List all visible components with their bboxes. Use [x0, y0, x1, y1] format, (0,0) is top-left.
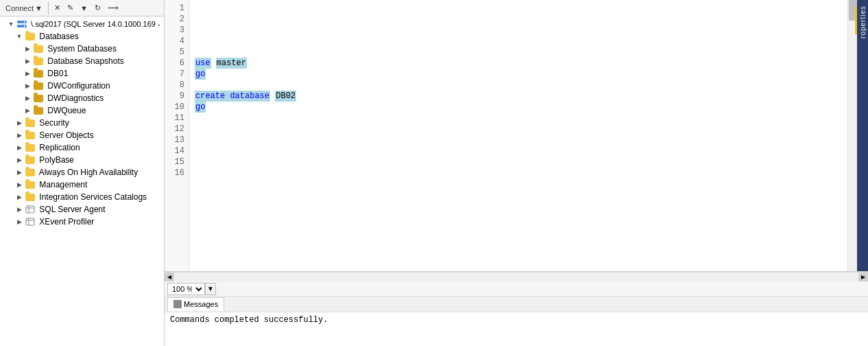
- editor-hscrollbar[interactable]: ◀ ▶: [165, 272, 868, 281]
- expander-security[interactable]: ▶: [14, 117, 25, 128]
- messages-tab-label: Messages: [184, 300, 218, 308]
- system-databases-icon: [33, 43, 44, 54]
- expander-integration-services[interactable]: ▶: [14, 192, 25, 203]
- tree-server-objects[interactable]: ▶ Server Objects: [0, 129, 164, 141]
- server-label: \.sql2017 (SQL Server 14.0.1000.169 -: [29, 20, 160, 28]
- db-snapshots-icon: [33, 56, 44, 67]
- db01-icon: [33, 68, 44, 79]
- oe-toolbar: Connect ▼ ✕ ✎ ▼ ↻ ⟿: [0, 0, 164, 16]
- dwqueue-icon: [33, 105, 44, 116]
- expander-sql-agent[interactable]: ▶: [14, 204, 25, 215]
- expander-polybase[interactable]: ▶: [14, 154, 25, 165]
- refresh-button[interactable]: ↻: [92, 2, 104, 14]
- code-line-5: [195, 47, 842, 58]
- xevent-icon: [25, 216, 36, 227]
- management-icon: [25, 179, 36, 190]
- tree-integration-services[interactable]: ▶ Integration Services Catalogs: [0, 191, 164, 203]
- svg-point-3: [24, 25, 25, 27]
- replication-icon: [25, 142, 36, 153]
- use-keyword: use: [195, 58, 211, 69]
- expander-db01[interactable]: ▶: [22, 68, 33, 79]
- expander-xevent[interactable]: ▶: [14, 216, 25, 227]
- hscrollbar-track: [174, 273, 858, 282]
- tree-polybase[interactable]: ▶ PolyBase: [0, 154, 164, 166]
- dwqueue-label: DWQueue: [45, 106, 86, 115]
- space-9: [270, 91, 275, 102]
- tree-xevent[interactable]: ▶ XEvent Profiler: [0, 216, 164, 228]
- databases-label: Databases: [37, 32, 79, 41]
- zoom-dropdown-btn[interactable]: ▼: [205, 283, 216, 295]
- sql-agent-label: SQL Server Agent: [37, 205, 106, 214]
- code-line-6: use master: [195, 58, 842, 69]
- go-keyword-2: go: [195, 102, 206, 113]
- expander-always-on[interactable]: ▶: [14, 167, 25, 178]
- tree-db-snapshots[interactable]: ▶ Database Snapshots: [0, 55, 164, 67]
- tab-messages[interactable]: Messages: [167, 297, 224, 311]
- tree-databases[interactable]: ▼ Databases: [0, 30, 164, 43]
- expander-replication[interactable]: ▶: [14, 142, 25, 153]
- tree-always-on[interactable]: ▶ Always On High Availability: [0, 166, 164, 178]
- create-keyword: create database: [195, 91, 270, 102]
- integration-services-label: Integration Services Catalogs: [37, 192, 147, 202]
- expander-management[interactable]: ▶: [14, 179, 25, 190]
- object-explorer-tree: ▼ \.sql2017 (SQL Server 14.0.1000.169 - …: [0, 16, 164, 346]
- tree-system-databases[interactable]: ▶ System Databases: [0, 43, 164, 55]
- expander-system-databases[interactable]: ▶: [22, 43, 33, 54]
- svg-rect-4: [26, 206, 34, 213]
- system-databases-label: System Databases: [45, 44, 117, 54]
- separator-1: [48, 2, 49, 14]
- vscrollbar-accent: [855, 7, 857, 34]
- expander-db-snapshots[interactable]: ▶: [22, 56, 33, 67]
- polybase-icon: [25, 154, 36, 165]
- messages-panel: Commands completed successfully.: [165, 312, 868, 346]
- code-line-14: [195, 146, 842, 157]
- hscrollbar-right-arrow[interactable]: ▶: [858, 273, 868, 282]
- tree-dwconfiguration[interactable]: ▶ DWConfiguration: [0, 80, 164, 92]
- tree-sql-agent[interactable]: ▶ SQL Server Agent: [0, 203, 164, 216]
- code-line-9: create database DB02: [195, 91, 842, 102]
- expander-dwconfiguration[interactable]: ▶: [22, 80, 33, 91]
- tree-management[interactable]: ▶ Management: [0, 178, 164, 191]
- properties-sidebar[interactable]: roperties: [857, 0, 868, 271]
- tree-dwqueue[interactable]: ▶ DWQueue: [0, 104, 164, 117]
- dwconfiguration-icon: [33, 80, 44, 91]
- expander-server[interactable]: ▼: [5, 19, 16, 30]
- security-label: Security: [37, 118, 69, 128]
- expander-databases[interactable]: ▼: [14, 31, 25, 42]
- expander-dwdiagnostics[interactable]: ▶: [22, 93, 33, 104]
- replication-label: Replication: [37, 143, 80, 152]
- expander-server-objects[interactable]: ▶: [14, 130, 25, 141]
- stop-button[interactable]: ⟿: [105, 2, 121, 14]
- hscrollbar-left-arrow[interactable]: ◀: [165, 273, 174, 282]
- tree-dwdiagnostics[interactable]: ▶ DWDiagnostics: [0, 92, 164, 104]
- code-line-4: [195, 36, 842, 47]
- tabs-bar: Messages: [165, 297, 868, 312]
- tree-db01[interactable]: ▶ DB01: [0, 67, 164, 80]
- connect-button[interactable]: Connect ▼: [3, 3, 45, 14]
- always-on-icon: [25, 167, 36, 178]
- master-db: master: [216, 58, 247, 69]
- tree-server[interactable]: ▼ \.sql2017 (SQL Server 14.0.1000.169 -: [0, 18, 164, 30]
- dwdiagnostics-icon: [33, 93, 44, 104]
- server-icon: [16, 19, 27, 30]
- db01-label: DB01: [45, 69, 68, 78]
- master-keyword: [211, 58, 216, 69]
- new-query-button[interactable]: ✎: [64, 2, 76, 14]
- editor-vscrollbar[interactable]: [847, 0, 857, 271]
- expander-dwqueue[interactable]: ▶: [22, 105, 33, 116]
- tree-replication[interactable]: ▶ Replication: [0, 141, 164, 154]
- tree-security[interactable]: ▶ Security: [0, 117, 164, 129]
- code-line-7: go: [195, 69, 842, 80]
- code-line-11: [195, 113, 842, 124]
- code-line-13: [195, 135, 842, 146]
- bottom-area: ◀ ▶ 100 % 50 % 75 % 125 % 150 % 200 % ▼: [165, 271, 868, 346]
- filter-button[interactable]: ▼: [77, 3, 91, 14]
- editor-content[interactable]: use master go create database DB02 go: [189, 0, 847, 271]
- sql-agent-icon: [25, 204, 36, 215]
- properties-label: roperties: [859, 5, 867, 38]
- dwconfiguration-label: DWConfiguration: [45, 81, 110, 91]
- server-objects-icon: [25, 130, 36, 141]
- connect-arrow: ▼: [35, 4, 43, 12]
- zoom-select[interactable]: 100 % 50 % 75 % 125 % 150 % 200 %: [167, 283, 205, 295]
- disconnect-button[interactable]: ✕: [51, 2, 63, 14]
